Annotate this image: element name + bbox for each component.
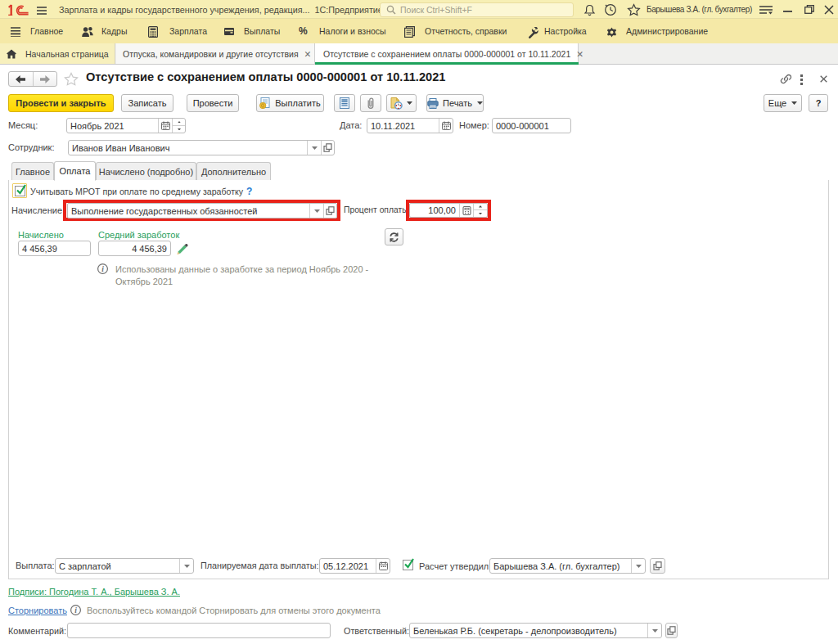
svg-text:i: i [74,606,77,615]
svg-text:i: i [101,265,104,273]
